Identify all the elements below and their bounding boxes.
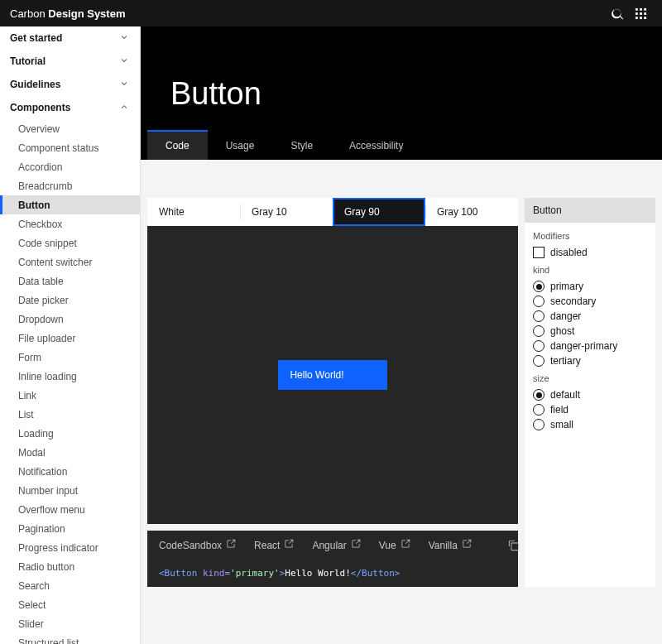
radio-icon (533, 296, 544, 307)
sidebar-item-component-status[interactable]: Component status (0, 138, 140, 157)
copy-icon[interactable] (508, 540, 520, 551)
sidebar-item-structured-list[interactable]: Structured list (0, 633, 140, 644)
sidebar-item-form[interactable]: Form (0, 348, 140, 367)
code-link-react[interactable]: React (254, 539, 294, 551)
chevron-down-icon (120, 79, 128, 90)
sidebar-item-search[interactable]: Search (0, 576, 140, 595)
chevron-up-icon (120, 102, 128, 113)
sidebar-item-pagination[interactable]: Pagination (0, 519, 140, 538)
sidebar-item-select[interactable]: Select (0, 595, 140, 614)
search-icon[interactable] (606, 2, 629, 25)
svg-rect-7 (640, 17, 642, 19)
radio-kind-tertiary[interactable]: tertiary (533, 353, 647, 368)
radio-size-small[interactable]: small (533, 417, 647, 432)
sidebar-item-date-picker[interactable]: Date picker (0, 291, 140, 310)
global-header: Carbon Design System (0, 0, 662, 26)
page-title: Button (170, 76, 662, 112)
sidebar-item-button[interactable]: Button (0, 195, 140, 214)
tab-usage[interactable]: Usage (208, 132, 273, 160)
svg-rect-5 (644, 12, 646, 15)
theme-gray-10[interactable]: Gray 10 (240, 198, 333, 226)
demo-button[interactable]: Hello World! (278, 360, 386, 390)
sidebar-item-accordion[interactable]: Accordion (0, 157, 140, 176)
sidebar-item-file-uploader[interactable]: File uploader (0, 329, 140, 348)
chevron-down-icon (120, 32, 128, 44)
sidebar-item-radio-button[interactable]: Radio button (0, 557, 140, 576)
radio-kind-danger[interactable]: danger (533, 309, 647, 324)
launch-icon (401, 539, 410, 551)
tab-style[interactable]: Style (272, 132, 331, 160)
radio-icon (533, 325, 544, 337)
radio-size-default[interactable]: default (533, 387, 647, 402)
main-content: Button CodeUsageStyleAccessibility White… (141, 26, 662, 644)
code-links-bar: CodeSandboxReactAngularVueVanilla (147, 531, 518, 560)
sidebar-item-inline-loading[interactable]: Inline loading (0, 367, 140, 386)
code-open-tag: <Button (159, 568, 197, 579)
sidebar-item-overview[interactable]: Overview (0, 119, 140, 138)
sidebar-item-overflow-menu[interactable]: Overflow menu (0, 500, 140, 519)
tab-code[interactable]: Code (147, 130, 208, 160)
app-switcher-icon[interactable] (629, 2, 652, 25)
code-link-codesandbox[interactable]: CodeSandbox (159, 539, 236, 551)
code-link-vanilla[interactable]: Vanilla (429, 539, 472, 551)
code-link-vue[interactable]: Vue (379, 539, 410, 551)
launch-icon (226, 539, 236, 551)
radio-icon (533, 419, 544, 430)
radio-kind-ghost[interactable]: ghost (533, 324, 647, 339)
checkbox-disabled[interactable]: disabled (533, 245, 647, 260)
radio-icon (533, 389, 544, 401)
radio-kind-primary[interactable]: primary (533, 279, 647, 294)
nav-group-guidelines[interactable]: Guidelines (0, 73, 140, 96)
radio-size-field[interactable]: field (533, 402, 647, 417)
brand-suffix: Design System (48, 7, 125, 20)
code-text: Hello World! (285, 568, 350, 579)
theme-gray-90[interactable]: Gray 90 (333, 198, 425, 226)
sidebar-item-code-snippet[interactable]: Code snippet (0, 233, 140, 252)
size-label: size (533, 373, 647, 383)
component-preview: Hello World! (147, 226, 518, 524)
theme-gray-100[interactable]: Gray 100 (425, 198, 518, 226)
sidebar-item-link[interactable]: Link (0, 386, 140, 405)
sidebar-item-notification[interactable]: Notification (0, 462, 140, 481)
sidebar-item-checkbox[interactable]: Checkbox (0, 214, 140, 233)
brand[interactable]: Carbon Design System (10, 7, 125, 20)
radio-icon (533, 340, 544, 352)
tab-accessibility[interactable]: Accessibility (331, 132, 421, 160)
radio-kind-danger-primary[interactable]: danger-primary (533, 339, 647, 353)
nav-group-components[interactable]: Components (0, 96, 140, 119)
code-attr-name: kind (203, 568, 225, 579)
nav-group-tutorial[interactable]: Tutorial (0, 50, 140, 73)
sidebar-item-breadcrumb[interactable]: Breadcrumb (0, 176, 140, 195)
modifiers-label: Modifiers (533, 231, 647, 241)
svg-rect-4 (640, 12, 642, 15)
sidebar-item-modal[interactable]: Modal (0, 443, 140, 462)
sidebar-item-dropdown[interactable]: Dropdown (0, 310, 140, 329)
radio-icon (533, 310, 544, 322)
page-tabs: CodeUsageStyleAccessibility (141, 132, 662, 160)
panel-title: Button (525, 198, 655, 223)
sidebar-item-content-switcher[interactable]: Content switcher (0, 252, 140, 272)
code-snippet: <Button kind='primary'>Hello World!</But… (147, 560, 518, 587)
code-attr-val: 'primary' (230, 568, 280, 579)
launch-icon (284, 539, 294, 551)
theme-switcher: WhiteGray 10Gray 90Gray 100 (147, 198, 518, 226)
chevron-down-icon (120, 55, 128, 67)
nav-group-get-started[interactable]: Get started (0, 26, 140, 50)
sidebar-item-slider[interactable]: Slider (0, 614, 140, 633)
launch-icon (351, 539, 361, 551)
code-link-angular[interactable]: Angular (312, 539, 360, 551)
radio-icon (533, 355, 544, 367)
launch-icon (462, 539, 472, 551)
svg-rect-1 (640, 7, 642, 10)
svg-rect-2 (644, 7, 646, 10)
page-hero: Button (141, 26, 662, 132)
sidebar-item-loading[interactable]: Loading (0, 424, 140, 443)
sidebar-nav: Get startedTutorialGuidelinesComponentsO… (0, 26, 141, 644)
sidebar-item-data-table[interactable]: Data table (0, 272, 140, 291)
sidebar-item-progress-indicator[interactable]: Progress indicator (0, 538, 140, 557)
sidebar-item-list[interactable]: List (0, 405, 140, 424)
theme-white[interactable]: White (147, 198, 240, 226)
sidebar-item-number-input[interactable]: Number input (0, 481, 140, 500)
radio-kind-secondary[interactable]: secondary (533, 294, 647, 309)
props-panel: Button Modifiersdisabledkindprimarysecon… (525, 198, 655, 587)
